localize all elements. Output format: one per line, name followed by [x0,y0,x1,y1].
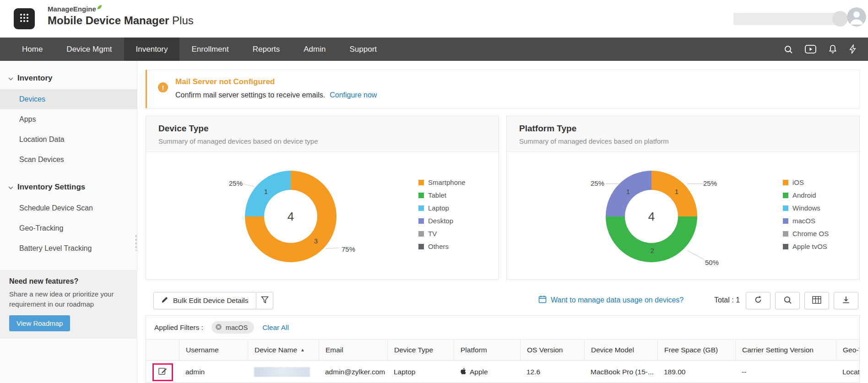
top-header: ManageEngine Mobile Device Manager Plus [0,0,868,38]
view-roadmap-button[interactable]: View Roadmap [9,315,70,331]
nav-item-admin[interactable]: Admin [292,38,337,61]
legend-swatch [783,193,788,198]
bulk-edit-device-details-button[interactable]: Bulk Edit Device Details [153,292,256,309]
data-usage-calendar-icon [538,295,547,305]
filter-button[interactable] [256,292,273,309]
sidebar-item-apps[interactable]: Apps [0,109,137,129]
column-header-username[interactable]: Username [179,340,248,360]
notifications-bell-icon[interactable] [828,44,837,54]
apps-grid-button[interactable] [14,8,35,29]
column-header-device-model[interactable]: Device Model [584,340,657,360]
legend-item[interactable]: macOS [783,217,829,225]
nav-item-reports[interactable]: Reports [241,38,292,61]
roadmap-promo-box: Need new features? Share a new idea or p… [0,270,137,339]
legend-item[interactable]: Windows [783,204,829,212]
legend-item[interactable]: Others [418,243,466,250]
platform-type-card: Platform Type Summary of managed devices… [506,116,860,280]
nav-item-support[interactable]: Support [337,38,389,61]
table-header-row: Username Device Name▲ Email Device Type … [146,340,859,361]
column-header-device-type[interactable]: Device Type [387,340,454,360]
card-header: Platform Type Summary of managed devices… [507,116,859,152]
funnel-icon [261,296,269,305]
segment-pct-label: 25% [703,179,717,187]
nav-item-enrollment[interactable]: Enrollment [179,38,240,61]
mail-server-alert: ! Mail Server not Configured Confirm mai… [146,70,860,108]
column-view-button[interactable] [804,292,829,309]
quick-actions-flash-icon[interactable] [849,44,856,54]
sidebar-section-inventory[interactable]: Inventory [0,61,137,89]
sidebar-item-schedule-device-scan[interactable]: Schedule Device Scan [0,198,137,218]
main-content: ! Mail Server not Configured Confirm mai… [137,61,868,383]
card-header: Device Type Summary of managed devices b… [146,116,499,152]
main-nav: Home Device Mgmt Inventory Enrollment Re… [0,38,868,61]
legend-swatch [418,231,424,237]
donut-total: 4 [264,190,317,243]
column-header-device-name[interactable]: Device Name▲ [248,340,319,360]
search-icon [783,296,792,306]
applied-filters-label: Applied Filters : [154,324,203,332]
nav-item-home[interactable]: Home [10,38,54,61]
user-avatar[interactable] [847,7,866,27]
column-header-platform[interactable]: Platform [454,340,520,360]
sidebar-item-geo-tracking[interactable]: Geo-Tracking [0,218,137,238]
configure-now-link[interactable]: Configure now [330,91,377,99]
brand-leaf-icon [97,3,102,11]
column-header-free-space[interactable]: Free Space (GB) [657,340,735,360]
edit-device-icon[interactable] [158,367,168,378]
legend-item[interactable]: Android [783,191,829,199]
legend-item[interactable]: Smartphone [418,178,466,186]
cell-free-space: 189.00 [657,368,735,376]
chevron-down-icon [8,74,13,83]
platform-label: Apple [470,368,488,376]
legend-item[interactable]: iOS [783,178,829,186]
cell-geo-tracking: Locati [836,368,860,376]
column-header-geo-tracking[interactable]: Geo-T [836,340,860,360]
column-header-email[interactable]: Email [319,340,387,360]
sidebar-section-inventory-settings[interactable]: Inventory Settings [0,170,137,198]
legend-item[interactable]: TV [418,230,466,237]
refresh-button[interactable] [746,292,770,309]
sidebar-item-battery-level-tracking[interactable]: Battery Level Tracking [0,238,137,259]
sidebar-item-location-data[interactable]: Location Data [0,129,137,150]
refresh-icon [754,295,763,306]
legend-swatch [418,244,424,249]
table-row[interactable]: admin admin@zylker.com Laptop Apple 12.6… [146,361,859,383]
segment-value-label: 1 [626,188,630,195]
search-icon[interactable] [784,45,793,54]
remove-filter-icon[interactable] [215,324,222,332]
applied-filters-row: Applied Filters : macOS Clear All [146,316,859,340]
export-button[interactable] [834,292,858,309]
warning-icon: ! [158,82,168,92]
column-header-os-version[interactable]: OS Version [520,340,584,360]
alert-title: Mail Server not Configured [175,77,275,86]
leader-line [687,183,704,184]
video-tutorials-icon[interactable] [805,45,816,54]
legend-item[interactable]: Apple tvOS [783,243,829,250]
leader-line [606,183,618,184]
legend-swatch [418,218,424,224]
filter-chip-macos[interactable]: macOS [212,321,254,334]
sidebar-item-scan-devices[interactable]: Scan Devices [0,150,137,170]
nav-item-device-mgmt[interactable]: Device Mgmt [54,38,124,61]
clear-all-link[interactable]: Clear All [262,324,289,332]
table-grid-icon [812,296,821,306]
sidebar-section-title: Inventory Settings [17,183,85,192]
column-header-carrier-setting-version[interactable]: Carrier Setting Version [735,340,836,360]
legend-item[interactable]: Tablet [418,191,466,199]
legend-label: Others [428,243,449,250]
card-subtitle: Summary of managed devices based on devi… [158,137,486,145]
legend-item[interactable]: Laptop [418,204,466,212]
devices-table-container: Applied Filters : macOS Clear All Userna… [146,315,860,383]
nav-item-inventory[interactable]: Inventory [124,38,180,61]
total-count: Total : 1 [714,296,740,304]
legend-swatch [418,193,424,198]
sidebar-item-devices[interactable]: Devices [0,89,137,109]
legend-item[interactable]: Chrome OS [783,230,829,237]
legend-item[interactable]: Desktop [418,217,466,225]
legend-swatch [418,205,424,211]
legend-swatch [783,244,788,249]
data-usage-link[interactable]: Want to manage data usage on devices? [538,295,684,305]
filter-chip-label: macOS [226,324,248,331]
table-search-button[interactable] [775,292,800,309]
sort-asc-icon: ▲ [300,347,305,352]
